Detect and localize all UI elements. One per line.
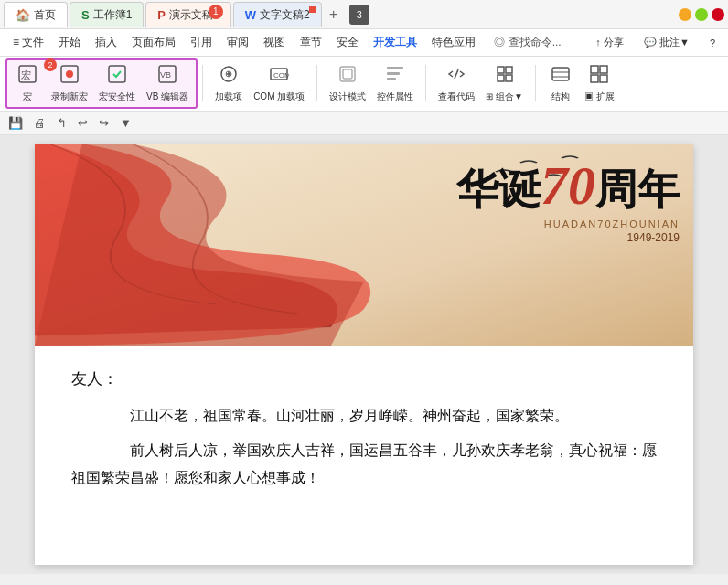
sep2 <box>316 65 317 101</box>
structure-label: 结构 <box>551 90 570 103</box>
quick-save[interactable]: 💾 <box>5 115 26 131</box>
menu-security[interactable]: 安全 <box>329 31 366 54</box>
svg-text:宏: 宏 <box>21 69 31 80</box>
tab-home-label: 首页 <box>34 7 56 23</box>
menu-start[interactable]: 开始 <box>51 31 88 54</box>
quick-undo[interactable]: ↩ <box>75 115 91 131</box>
quick-redo[interactable]: ↪ <box>96 115 112 131</box>
banner-title: 华诞70周年 <box>456 158 680 213</box>
title-bar: 🏠 首页 S 工作簿1 P 演示文稿1 1 W 文字文稿2 + 3 <box>0 0 728 29</box>
menu-bar: ≡ 文件 开始 插入 页面布局 引用 审阅 视图 章节 安全 开发工具 特色应用… <box>0 29 728 57</box>
doc-greeting: 友人： <box>71 364 657 395</box>
svg-rect-27 <box>600 75 607 82</box>
viewcode-icon <box>446 64 466 90</box>
ribbon-btn-record[interactable]: 录制新宏 2 <box>48 62 91 105</box>
menu-insert[interactable]: 插入 <box>88 31 124 54</box>
quick-undo-arrow[interactable]: ↰ <box>54 115 70 131</box>
minimize-button[interactable] <box>679 8 691 21</box>
menu-layout[interactable]: 页面布局 <box>124 31 183 54</box>
sep3 <box>425 65 426 101</box>
quick-more[interactable]: ▼ <box>117 115 134 131</box>
ribbon-group-addins: 加载项 COM COM 加载项 <box>208 60 312 107</box>
tab-home[interactable]: 🏠 首页 <box>4 2 68 27</box>
svg-rect-13 <box>387 67 403 69</box>
com-label: COM 加载项 <box>253 90 305 103</box>
menu-share[interactable]: ↑ 分享 <box>588 32 631 53</box>
design-label: 设计模式 <box>329 90 366 103</box>
doc-paragraph2: 前人树后人凉，举国欢庆人吉祥，国运昌五谷丰，儿孙欢庆孝老翁，真心祝福：愿祖国繁荣… <box>71 437 657 493</box>
maximize-button[interactable] <box>695 8 708 21</box>
menu-comment[interactable]: 💬 批注▼ <box>637 32 697 53</box>
add-tab-button[interactable]: + <box>322 3 346 27</box>
svg-text:VB: VB <box>160 70 171 80</box>
expand-icon <box>589 64 609 90</box>
viewcode-label: 查看代码 <box>438 90 475 103</box>
ribbon-devtools: 宏 宏 录制新宏 2 宏安全性 VB VB 编辑器 <box>0 57 728 112</box>
tab-excel-label: 工作簿1 <box>93 7 133 23</box>
ribbon-btn-addins[interactable]: 加载项 <box>211 62 246 105</box>
menu-features[interactable]: 特色应用 <box>424 31 483 54</box>
svg-line-16 <box>455 69 458 79</box>
home-tab-icon: 🏠 <box>16 8 30 22</box>
menu-devtools[interactable]: 开发工具 <box>366 31 424 54</box>
svg-rect-24 <box>591 66 598 73</box>
combine-label: ⊞ 组合▼ <box>486 90 523 103</box>
addins-label: 加载项 <box>215 90 242 103</box>
tab-excel[interactable]: S 工作簿1 <box>70 2 144 27</box>
banner-title-container: 华诞70周年 HUADAN70ZHOUNIAN 1949-2019 <box>456 158 680 244</box>
svg-rect-25 <box>600 66 607 73</box>
sep4 <box>535 65 536 101</box>
svg-point-3 <box>66 70 73 78</box>
sep1 <box>202 65 203 101</box>
svg-rect-4 <box>109 66 125 82</box>
ribbon-btn-viewcode[interactable]: 查看代码 <box>434 62 478 105</box>
macro-icon: 宏 <box>17 64 37 90</box>
svg-rect-17 <box>498 67 504 73</box>
banner-subtitle: HUADAN70ZHOUNIAN <box>456 218 680 229</box>
ribbon-btn-design[interactable]: 设计模式 <box>326 62 369 105</box>
menu-reference[interactable]: 引用 <box>183 31 219 54</box>
tab-ppt[interactable]: P 演示文稿1 1 <box>145 2 230 27</box>
menu-chapter[interactable]: 章节 <box>293 31 329 54</box>
tab-word-label: 文字文稿2 <box>260 7 310 23</box>
tab-count: 3 <box>349 5 369 25</box>
close-button[interactable] <box>712 8 724 21</box>
ppt-icon: P <box>157 8 166 22</box>
document-page: 华诞70周年 HUADAN70ZHOUNIAN 1949-2019 友人： 江山… <box>35 144 693 565</box>
ribbon-group-structure: 结构 ▣ 扩展 <box>541 60 622 107</box>
structure-icon <box>551 64 571 90</box>
properties-label: 控件属性 <box>377 90 413 103</box>
menu-view[interactable]: 视图 <box>256 31 293 54</box>
quick-print[interactable]: 🖨 <box>31 115 48 131</box>
svg-rect-11 <box>340 67 355 81</box>
menu-file[interactable]: ≡ 文件 <box>5 31 51 54</box>
svg-rect-19 <box>498 75 504 81</box>
ribbon-btn-security[interactable]: 宏安全性 <box>95 62 139 105</box>
ribbon-btn-expand[interactable]: ▣ 扩展 <box>581 62 618 105</box>
menu-search[interactable]: ◎ 查找命令... <box>487 31 568 54</box>
svg-rect-20 <box>506 75 512 81</box>
vb-icon: VB <box>157 64 177 90</box>
document-content: 友人： 江山不老，祖国常春。山河壮丽，岁月峥嵘。神州奋起，国家繁荣。 前人树后人… <box>35 346 693 518</box>
svg-rect-14 <box>387 72 400 75</box>
ribbon-btn-vb[interactable]: VB VB 编辑器 <box>143 62 192 105</box>
design-icon <box>337 64 358 90</box>
tab-word[interactable]: W 文字文稿2 <box>233 2 322 27</box>
banner-years: 1949-2019 <box>456 231 680 244</box>
svg-rect-18 <box>506 67 512 73</box>
ppt-badge: 1 <box>209 5 223 19</box>
menu-review[interactable]: 审阅 <box>219 31 256 54</box>
security-icon <box>107 64 127 90</box>
svg-rect-15 <box>387 78 396 80</box>
menu-help[interactable]: ? <box>702 34 723 52</box>
ribbon-btn-com[interactable]: COM COM 加载项 <box>250 62 308 105</box>
record-badge: 2 <box>44 58 57 71</box>
ribbon-btn-structure[interactable]: 结构 <box>544 62 577 105</box>
document-banner: 华诞70周年 HUADAN70ZHOUNIAN 1949-2019 <box>35 144 693 346</box>
svg-rect-26 <box>591 75 598 82</box>
ribbon-btn-properties[interactable]: 控件属性 <box>373 62 417 105</box>
security-label: 宏安全性 <box>99 90 135 103</box>
ribbon-btn-macro[interactable]: 宏 宏 <box>11 62 44 105</box>
ribbon-btn-combine[interactable]: ⊞ 组合▼ <box>482 62 527 105</box>
ribbon-group-code: 查看代码 ⊞ 组合▼ <box>431 60 530 107</box>
